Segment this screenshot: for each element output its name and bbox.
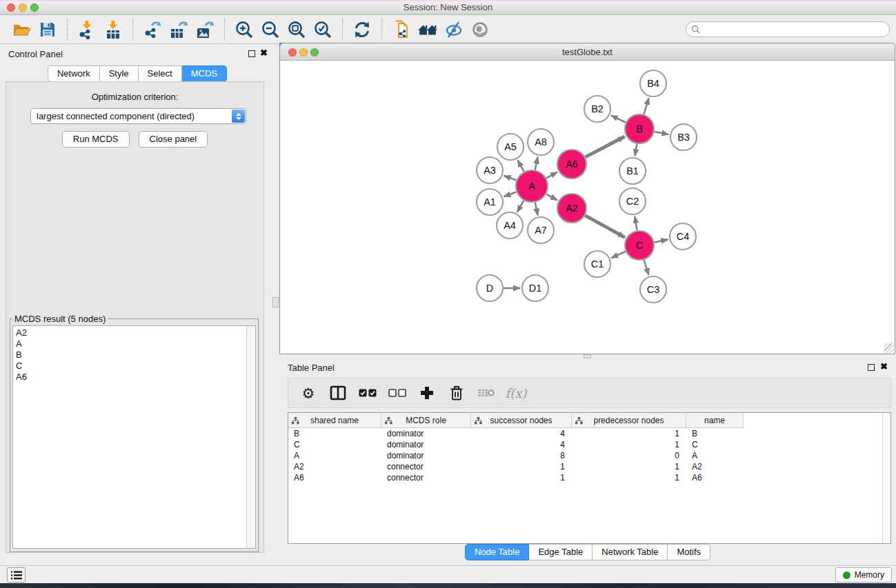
graph-edge-A-A7[interactable] (535, 203, 538, 216)
run-mcds-button[interactable]: Run MCDS (62, 131, 130, 148)
graph-node-B1[interactable]: B1 (619, 158, 646, 184)
table-cell[interactable]: A2 (288, 461, 381, 472)
graph-node-C3[interactable]: C3 (640, 276, 666, 303)
mcds-result-item[interactable]: B (16, 349, 255, 361)
import-network-icon[interactable] (77, 19, 97, 40)
table-cell[interactable]: A2 (686, 461, 744, 472)
close-table-panel-icon[interactable]: ✖ (880, 361, 888, 372)
graph-edge-B-B3[interactable] (655, 132, 669, 134)
table-cell[interactable]: 1 (471, 461, 572, 472)
tab-network[interactable]: Network (48, 65, 100, 82)
graph-edge-A-A8[interactable] (535, 157, 538, 170)
graph-edge-A-A6[interactable] (546, 172, 557, 179)
graph-edge-A-A4[interactable] (517, 201, 524, 212)
criterion-select[interactable]: largest connected component (directed) (30, 108, 246, 124)
graph-node-C1[interactable]: C1 (584, 251, 610, 277)
mcds-result-item[interactable]: A2 (16, 327, 255, 338)
close-panel-icon[interactable]: ✖ (260, 48, 268, 58)
zoom-selected-icon[interactable] (312, 19, 333, 40)
table-cell[interactable]: B (686, 428, 744, 439)
graph-edge-A-A5[interactable] (518, 160, 524, 172)
table-cell[interactable]: 1 (471, 472, 572, 483)
refresh-icon[interactable] (352, 19, 372, 40)
tab-node-table[interactable]: Node Table (465, 544, 530, 560)
graph-node-D1[interactable]: D1 (522, 275, 548, 301)
table-cell[interactable]: A (686, 450, 744, 461)
mcds-result-item[interactable]: A6 (16, 372, 255, 383)
column-header-shared-name[interactable]: shared name (288, 413, 381, 428)
table-cell[interactable]: 4 (471, 439, 572, 450)
deselect-all-icon[interactable] (388, 384, 406, 402)
graph-edge-B-B4[interactable] (644, 98, 648, 114)
graph-node-B[interactable]: B (625, 114, 654, 143)
result-list-scrollbar[interactable] (246, 326, 255, 548)
column-header-name[interactable]: name (686, 413, 744, 428)
graph-node-A1[interactable]: A1 (477, 189, 503, 215)
table-cell[interactable]: C (288, 439, 381, 450)
mcds-result-item[interactable]: C (16, 361, 255, 372)
table-cell[interactable]: B (288, 428, 381, 439)
vertical-divider-handle[interactable] (272, 297, 279, 307)
tab-select[interactable]: Select (139, 65, 182, 82)
delete-table-icon[interactable] (477, 384, 495, 402)
graph-node-A6[interactable]: A6 (557, 150, 586, 179)
graph-node-A3[interactable]: A3 (477, 157, 503, 183)
table-cell[interactable]: 1 (572, 428, 686, 439)
tab-edge-table[interactable]: Edge Table (529, 544, 593, 560)
table-cell[interactable]: dominator (381, 450, 471, 461)
graph-node-A7[interactable]: A7 (528, 217, 554, 243)
graph-node-C2[interactable]: C2 (619, 188, 646, 214)
open-file-icon[interactable] (11, 19, 32, 40)
tab-mcds[interactable]: MCDS (182, 65, 227, 82)
table-cell[interactable]: 8 (471, 450, 572, 461)
hide-details-icon[interactable] (444, 19, 464, 40)
zoom-in-icon[interactable] (234, 19, 255, 40)
export-network-icon[interactable] (142, 19, 163, 40)
table-cell[interactable]: dominator (381, 428, 471, 439)
graph-node-A4[interactable]: A4 (497, 212, 523, 239)
tab-network-table[interactable]: Network Table (593, 544, 668, 560)
table-cell[interactable]: connector (381, 472, 471, 483)
table-cell[interactable]: A (288, 450, 381, 461)
graph-node-C[interactable]: C (625, 231, 654, 260)
memory-button[interactable]: Memory (835, 567, 892, 582)
tab-motifs[interactable]: Motifs (668, 544, 710, 560)
graph-node-B4[interactable]: B4 (640, 70, 666, 97)
graph-node-A5[interactable]: A5 (497, 134, 524, 160)
save-icon[interactable] (37, 19, 58, 40)
graph-node-B2[interactable]: B2 (584, 96, 610, 122)
column-header-predecessor-nodes[interactable]: predecessor nodes (572, 413, 686, 428)
delete-column-icon[interactable] (448, 384, 466, 402)
graph-edge-A-A1[interactable] (504, 192, 517, 196)
tab-style[interactable]: Style (100, 65, 139, 82)
table-cell[interactable]: C (686, 439, 744, 450)
home-icon[interactable] (417, 19, 438, 40)
table-cell[interactable]: dominator (381, 439, 471, 450)
search-field[interactable] (686, 21, 890, 37)
graph-edge-B-B1[interactable] (635, 144, 637, 156)
graph-node-B3[interactable]: B3 (670, 124, 697, 150)
column-header-successor-nodes[interactable]: successor nodes (471, 413, 572, 428)
graph-edge-A2-C[interactable] (585, 216, 625, 238)
export-image-icon[interactable] (195, 19, 215, 40)
table-cell[interactable]: 1 (572, 439, 686, 450)
window-resize-grip[interactable] (884, 343, 894, 353)
network-window-titlebar[interactable]: testGlobe.txt (280, 43, 895, 61)
table-cell[interactable]: A6 (288, 472, 381, 483)
graph-edge-A-A3[interactable] (504, 176, 517, 181)
graph-edge-A6-B[interactable] (586, 136, 625, 157)
table-row[interactable]: Adominator80A (288, 450, 890, 461)
table-cell[interactable]: 0 (572, 450, 686, 461)
table-cell[interactable]: 1 (572, 472, 686, 483)
graph-node-A8[interactable]: A8 (528, 129, 554, 155)
graph-edge-B-B2[interactable] (611, 115, 626, 122)
graph-edge-C-C3[interactable] (644, 260, 649, 275)
show-columns-icon[interactable] (329, 384, 347, 402)
search-input[interactable] (703, 23, 889, 36)
table-cell[interactable]: A6 (686, 472, 744, 483)
show-details-icon[interactable] (470, 19, 490, 40)
close-panel-button[interactable]: Close panel (139, 131, 208, 148)
create-column-icon[interactable] (418, 384, 436, 402)
table-row[interactable]: Bdominator41B (288, 428, 890, 439)
graph-node-C4[interactable]: C4 (670, 223, 696, 250)
